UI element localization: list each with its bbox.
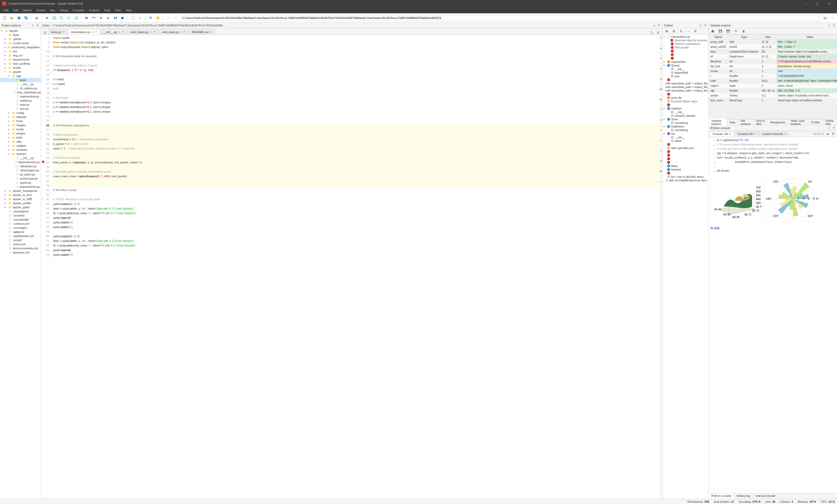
menu-source[interactable]: Source xyxy=(34,8,48,12)
tree-item[interactable]: ▸📁defaults xyxy=(0,115,41,119)
menu-consoles[interactable]: Consoles xyxy=(71,8,87,12)
outline-item[interactable]: __init__ xyxy=(662,135,708,139)
outline-item[interactable]: pop xyxy=(662,74,708,78)
ipython-bottom-tab[interactable]: History log xyxy=(734,493,753,499)
open-file-icon[interactable] xyxy=(9,15,15,21)
outline-refresh-icon[interactable]: ↻ xyxy=(678,28,684,34)
outline-item[interactable]: with open(data_path + output_file_n... xyxy=(662,81,708,85)
tree-item[interactable]: 📄.ciocopyright xyxy=(0,218,41,222)
tree-item[interactable]: ▾📁Spyder xyxy=(0,29,41,33)
tree-item[interactable]: 📄interpreter.py xyxy=(0,164,41,168)
tree-item[interactable]: ▸📁spyder_pylint xyxy=(0,205,41,209)
tab-close-icon[interactable]: ✕ xyxy=(95,30,97,34)
outline-item[interactable]: with np.load(filename) as dem: xyxy=(662,179,708,182)
variable-row[interactable]: array_uint32uint32(2, 2, 3)Min: 1 Max: 7 xyxy=(709,44,837,49)
save-data-icon[interactable]: 💾 xyxy=(717,28,724,34)
clear-vars-icon[interactable]: 🗑 xyxy=(741,28,747,34)
editor-tab[interactable]: temp.py✕ xyxy=(48,29,68,35)
fullscreen-icon[interactable]: ⤢ xyxy=(137,15,143,21)
maximize-pane-icon[interactable]: ⛶ xyxy=(130,15,136,21)
tree-item[interactable]: ▸📁img_src xyxy=(0,53,41,57)
ipython-bottom-tab[interactable]: Internal console xyxy=(753,493,778,499)
tree-item[interactable]: ▸📁spyder_profiler xyxy=(0,201,41,205)
minimap[interactable] xyxy=(660,35,662,499)
save-data-as-icon[interactable]: 💾 xyxy=(725,28,731,34)
outline-item[interactable] xyxy=(662,92,708,96)
continue-icon[interactable] xyxy=(112,15,118,21)
outline-expand-icon[interactable]: ⊞ xyxy=(663,28,670,34)
varexp-tab[interactable]: Online help xyxy=(823,118,837,126)
tree-item[interactable]: ▸📁conda.recipe xyxy=(0,41,41,45)
menu-tools[interactable]: Tools xyxy=(102,8,113,12)
outline-item[interactable]: __init__ xyxy=(662,67,708,71)
step-into-icon[interactable] xyxy=(98,15,104,21)
tree-item[interactable]: 📄appveyor.yml xyxy=(0,250,41,255)
variable-row[interactable]: list_testlist2[Dataframe, Numpy array] xyxy=(709,64,837,69)
tree-item[interactable]: ▸📁config xyxy=(0,111,41,115)
outline-collapse-icon[interactable]: ⊟ xyxy=(671,28,677,34)
save-icon[interactable] xyxy=(16,15,22,21)
outline-item[interactable]: Plot results xyxy=(662,46,708,49)
outline-item[interactable]: for r, bar in zip(radii, bars): xyxy=(662,175,708,179)
editor-close-icon[interactable]: ✕ xyxy=(657,24,661,27)
variable-row[interactable]: test_noneNoneType1NoneType object of bui… xyxy=(709,98,837,103)
run-cell-icon[interactable] xyxy=(51,15,57,21)
stop-debug-icon[interactable] xyxy=(119,15,125,21)
project-tree[interactable]: ▾📁Spyder📁Data▸📁.github▸📁conda.recipe▸📁co… xyxy=(0,28,41,499)
outline-item[interactable]: ▾📄interpolation.py xyxy=(662,35,708,38)
code-editor[interactable]: ✓ 78910111213141516171819202122232425262… xyxy=(41,35,662,499)
variable-row[interactable]: dfDataFrame(3, 2)Column names: bools, in… xyxy=(709,54,837,59)
editor-tab-options-icon[interactable]: ☰ xyxy=(656,31,660,35)
tree-item[interactable]: ▾📁workers xyxy=(0,152,41,156)
outline-close-icon[interactable]: ✕ xyxy=(703,24,707,27)
tree-item[interactable]: 📁Data xyxy=(0,33,41,37)
editor-tab[interactable]: __init__.py●✕ xyxy=(101,29,127,35)
outline-item[interactable] xyxy=(662,103,708,107)
working-dir-input[interactable] xyxy=(181,15,820,21)
outline-tree[interactable]: ▾📄interpolation.pyGenerate data for anal… xyxy=(662,34,708,499)
run-cell-advance-icon[interactable] xyxy=(58,15,65,21)
tree-item[interactable]: ▸📁windows xyxy=(0,148,41,152)
import-data-icon[interactable]: 📥 xyxy=(710,28,716,34)
parent-dir-icon[interactable]: ↑ xyxy=(829,15,835,21)
outline-item[interactable] xyxy=(662,49,708,53)
outline-item[interactable] xyxy=(662,78,708,81)
run-icon[interactable] xyxy=(44,15,50,21)
menu-projects[interactable]: Projects xyxy=(87,8,101,12)
tree-item[interactable]: ▸📁spyder_breakpoints xyxy=(0,189,41,193)
outline-item[interactable]: spam xyxy=(662,139,708,143)
outline-item[interactable]: ▾DataSet xyxy=(662,107,708,110)
outline-item[interactable]: Generate data for analysis xyxy=(662,38,708,42)
save-all-icon[interactable] xyxy=(23,15,29,21)
outline-goto-icon[interactable]: → xyxy=(685,28,691,34)
variable-row[interactable]: radiifloat64(20,)Min: 0.498303663853687 … xyxy=(709,78,837,83)
variable-row[interactable]: rfloat6417.611082589334796 xyxy=(709,74,837,78)
tree-item[interactable]: 📄.travis.yml xyxy=(0,242,41,246)
outline-item[interactable]: with open(file) as f: xyxy=(662,146,708,150)
variable-row[interactable]: filenamestr1C:\ProgramData\Anaconda3\lib… xyxy=(709,59,837,64)
varexp-tab[interactable]: Help xyxy=(727,120,738,125)
tree-item[interactable]: 📄__init__.py xyxy=(0,156,41,160)
outline-item[interactable]: prepare_dataset xyxy=(662,114,708,117)
menu-debug[interactable]: Debug xyxy=(58,8,70,12)
ipython-options-icon[interactable]: ≡ xyxy=(827,126,831,130)
outline-item[interactable]: appendleft xyxy=(662,71,708,74)
tree-item[interactable]: 📄restart.py xyxy=(0,98,41,102)
varexp-tab[interactable]: Profiler xyxy=(808,120,823,125)
tree-item[interactable]: ▸📁locale xyxy=(0,127,41,131)
variable-row[interactable]: nrowsint1344 xyxy=(709,69,837,74)
editor-options-icon[interactable]: ≡ xyxy=(653,24,656,27)
outline-item[interactable] xyxy=(662,161,708,164)
varexp-options-icon[interactable]: ≡ xyxy=(827,24,831,27)
menu-view[interactable]: View xyxy=(113,8,123,12)
outline-item[interactable]: something xyxy=(662,128,708,132)
console-tab[interactable]: Console 1/A✕ xyxy=(710,131,734,136)
tab-list-icon[interactable]: ☰ xyxy=(43,31,47,35)
tree-item[interactable]: ▾📁app xyxy=(0,74,41,78)
tree-item[interactable]: ▸📁images xyxy=(0,123,41,127)
tree-item[interactable]: 📄tour.py xyxy=(0,107,41,111)
variable-table[interactable]: NameTypeSizeValuearray_int8int8(2, 3)Min… xyxy=(709,34,837,119)
tree-item[interactable]: 📄__init__.py xyxy=(0,82,41,86)
tree-item[interactable]: 📄pyplot.py xyxy=(0,181,41,185)
tree-item[interactable]: ▸📁.github xyxy=(0,37,41,41)
